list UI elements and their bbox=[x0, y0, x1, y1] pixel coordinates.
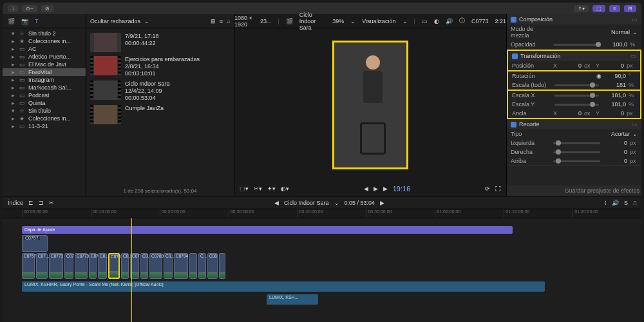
hide-rejected[interactable]: Ocultar rechazados bbox=[90, 18, 140, 24]
retime-tool-icon[interactable]: ◐▾ bbox=[281, 185, 289, 192]
crop-right-slider[interactable] bbox=[553, 151, 600, 153]
tl-tool-1[interactable]: ⊏ bbox=[28, 200, 33, 206]
timeline-clip[interactable]: C0781 bbox=[108, 253, 120, 279]
sidebar-item[interactable]: ▸★Colecciones in... bbox=[3, 37, 86, 45]
view-pill-3[interactable]: ⊞ bbox=[624, 5, 636, 12]
view-pill-2[interactable]: ≡ bbox=[609, 5, 620, 12]
sidebar-item[interactable]: ▸★Colecciones in... bbox=[3, 115, 86, 122]
pos-y[interactable]: 0 bbox=[602, 62, 624, 69]
timeline-clip[interactable]: C0757 bbox=[22, 253, 35, 279]
sidebar-item[interactable]: ▸▭Instagram bbox=[3, 76, 86, 84]
search-icon[interactable]: ⌕ bbox=[227, 18, 230, 24]
clapper-icon[interactable]: 🎬 bbox=[286, 18, 293, 24]
timeline-clip[interactable]: C0... bbox=[98, 253, 107, 279]
browser-clip[interactable]: Cumple JaviZa bbox=[89, 103, 231, 126]
tl-icon-audio-skim[interactable]: 🔊 bbox=[612, 200, 619, 206]
timeline-clip[interactable]: C0... bbox=[140, 253, 148, 279]
sidebar-item[interactable]: ▸▭Atletico Puerto... bbox=[3, 53, 86, 61]
bg-tasks-icon[interactable]: ⊘ bbox=[41, 5, 53, 12]
timeline-clip[interactable]: C08 bbox=[207, 253, 218, 279]
timeline-tracks[interactable]: Capa de Ajuste C0757 C0757C07...C0773C07… bbox=[3, 218, 641, 322]
scale-all-slider[interactable] bbox=[554, 84, 599, 86]
crop-type[interactable]: Acortar bbox=[611, 131, 630, 137]
sidebar-item[interactable]: ▸▭Markocash Sal... bbox=[3, 84, 86, 91]
audio-clip-2[interactable]: LUMIX, KSH... bbox=[267, 294, 318, 305]
loop-icon[interactable]: ⟳ bbox=[485, 185, 490, 192]
sidebar-item[interactable]: ▸▭El Mac de Javi bbox=[3, 61, 86, 68]
sidebar-item-selected[interactable]: ▸▭FisioVital bbox=[3, 68, 86, 76]
timeline-clip[interactable]: C07... bbox=[36, 253, 48, 279]
timeline-ruler[interactable]: 00:00:00:0000:10:00:0000:20:00:0000:30:0… bbox=[3, 209, 641, 218]
scale-y-slider[interactable] bbox=[554, 104, 599, 106]
index-label[interactable]: Índice bbox=[8, 200, 23, 206]
crop-top-slider[interactable] bbox=[553, 160, 600, 162]
inspector-video-icon[interactable]: ▭ bbox=[422, 18, 428, 24]
save-preset[interactable]: Guardar preajuste de efectos bbox=[507, 185, 641, 196]
opacity-slider[interactable] bbox=[553, 44, 600, 46]
rotation-value[interactable]: 90,0 bbox=[604, 73, 626, 79]
timeline-clip[interactable]: C07 bbox=[64, 253, 73, 279]
timeline-clip[interactable] bbox=[219, 253, 225, 279]
zoom-level[interactable]: 39% bbox=[332, 18, 344, 24]
sidebar-item[interactable]: ▸▭AC bbox=[3, 45, 86, 53]
keyword-icon[interactable]: ⊙~ bbox=[22, 5, 37, 12]
fullscreen-icon[interactable]: ⛶ bbox=[495, 185, 501, 192]
pos-x[interactable]: 0 bbox=[560, 62, 582, 69]
share-icon[interactable]: ⇪▾ bbox=[574, 5, 589, 12]
viewer-canvas[interactable] bbox=[234, 28, 506, 182]
crop-tool-icon[interactable]: ✂▾ bbox=[254, 185, 262, 192]
browser-clip[interactable]: Ciclo Indoor Sara12/4/22, 14:0900:00:53:… bbox=[89, 79, 231, 103]
timeline-clip[interactable]: C0... bbox=[164, 253, 173, 279]
enhance-tool-icon[interactable]: ✦▾ bbox=[267, 185, 276, 192]
timeline-clip[interactable]: C0... bbox=[121, 253, 129, 279]
transform-tool-icon[interactable]: ⬚▾ bbox=[240, 185, 249, 192]
timeline-clip[interactable]: C0773 bbox=[49, 253, 63, 279]
import-icon[interactable]: ↓ bbox=[8, 5, 18, 12]
library-tab-icon[interactable]: 🎬 bbox=[8, 18, 15, 24]
view-menu[interactable]: Visualización bbox=[362, 18, 395, 24]
library-root-2[interactable]: ▾☆Sin título bbox=[3, 107, 86, 115]
audio-clip[interactable]: LUMIX, KSHMR, Gabry Ponte - Scare Me (fe… bbox=[22, 281, 545, 292]
section-recorte[interactable]: Recorte▭ bbox=[507, 119, 641, 129]
photos-tab-icon[interactable]: 📷 bbox=[21, 18, 28, 24]
inspector-info-icon[interactable]: ⓘ bbox=[459, 17, 465, 25]
scale-all-value[interactable]: 181 bbox=[604, 82, 626, 88]
sidebar-item[interactable]: ▸▭11-3-21 bbox=[3, 122, 86, 130]
timeline-upper-clip[interactable]: C0757 bbox=[22, 235, 48, 252]
sidebar-item[interactable]: ▸▭Podcast bbox=[3, 91, 86, 99]
crop-left-slider[interactable] bbox=[553, 142, 600, 144]
sidebar-item[interactable]: ▸▭Quinta bbox=[3, 99, 86, 107]
timeline-clip[interactable]: C0773 bbox=[75, 253, 88, 279]
tl-icon-snap[interactable]: ⎍ bbox=[633, 200, 636, 206]
timeline-clip[interactable]: C0789 bbox=[149, 253, 162, 279]
fps-label: 23... bbox=[260, 18, 272, 24]
titles-tab-icon[interactable]: T bbox=[35, 18, 39, 24]
section-composicion[interactable]: Composición▭ bbox=[507, 14, 641, 24]
prev-icon[interactable]: ◀ bbox=[364, 185, 368, 192]
timeline-clip[interactable]: C0794 bbox=[174, 253, 188, 279]
timeline-title[interactable]: Ciclo Indoor Sara bbox=[284, 200, 329, 206]
library-root[interactable]: ▾☆Sin título 2 bbox=[3, 30, 86, 37]
blend-mode-value[interactable]: Normal bbox=[611, 29, 630, 35]
browser-clip[interactable]: Ejercicios para embarazadas2/8/21, 16:34… bbox=[89, 54, 231, 79]
rotation-dial-icon[interactable]: ◉ bbox=[596, 73, 601, 79]
inspector-color-icon[interactable]: ◐ bbox=[434, 18, 439, 24]
tl-icon-skimmer[interactable]: ⁞ bbox=[605, 200, 607, 206]
scale-x-slider[interactable] bbox=[554, 95, 599, 97]
next-icon[interactable]: ▶ bbox=[383, 185, 388, 192]
browser-clip[interactable]: 7/9/21, 17:1800:00:44:22 bbox=[89, 31, 231, 54]
timeline-clip[interactable]: C... bbox=[198, 253, 206, 279]
list-icon[interactable]: ≡ bbox=[220, 18, 223, 24]
adjustment-layer[interactable]: Capa de Ajuste bbox=[22, 226, 513, 234]
play-icon[interactable]: ▶ bbox=[374, 185, 378, 192]
timeline-clip[interactable] bbox=[189, 253, 197, 279]
playhead[interactable] bbox=[131, 218, 132, 322]
tl-icon-solo[interactable]: S bbox=[624, 200, 628, 206]
view-pill-1[interactable]: ⬚ bbox=[592, 5, 605, 12]
inspector-audio-icon[interactable]: 🔊 bbox=[446, 18, 453, 24]
section-transformacion[interactable]: Transformación▭ bbox=[508, 51, 640, 61]
tl-tool-3[interactable]: ✂ bbox=[49, 200, 54, 206]
filmstrip-icon[interactable]: ⊞ bbox=[211, 18, 216, 24]
timeline-clip[interactable]: C07 bbox=[89, 253, 97, 279]
tl-tool-2[interactable]: ⊐ bbox=[39, 200, 44, 206]
